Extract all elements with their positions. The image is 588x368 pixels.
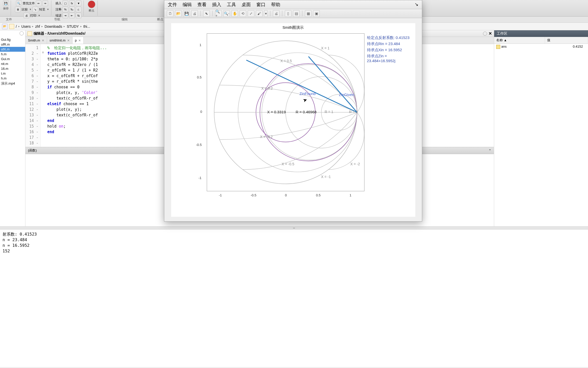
goto-icon[interactable]: ↘ bbox=[33, 7, 38, 12]
crumb-5[interactable]: thi... bbox=[83, 24, 90, 29]
command-output-line: n = 23.484 bbox=[3, 237, 585, 243]
comment-1-icon[interactable]: % bbox=[63, 7, 68, 12]
workspace-header: 工作区 bbox=[494, 30, 588, 37]
section-edit: 编辑 bbox=[97, 17, 153, 22]
workspace-panel: 工作区 名称 ▲ 值 ans0.4152 bbox=[494, 30, 588, 226]
breakpoint-icon[interactable] bbox=[88, 1, 95, 8]
ytick-05: 0.5 bbox=[197, 75, 202, 79]
colorbar-icon[interactable]: ▯ bbox=[285, 10, 291, 17]
find-files-icon[interactable]: 🔍 bbox=[16, 1, 22, 6]
folder-up-icon[interactable]: 📂 bbox=[2, 24, 8, 29]
crumb-1[interactable]: Users bbox=[21, 24, 31, 29]
save-label: 保存 bbox=[3, 7, 9, 10]
compare-icon[interactable]: ≣ bbox=[15, 7, 21, 12]
xtick-0: 0 bbox=[285, 193, 287, 197]
editor-menu-icon[interactable] bbox=[483, 32, 487, 36]
ws-col-name[interactable]: 名称 ▲ bbox=[494, 37, 545, 44]
fold-column: ⊟ bbox=[41, 44, 45, 147]
find-files-label: 查找文件 bbox=[23, 1, 35, 6]
tab-close-icon[interactable]: ✕ bbox=[42, 39, 44, 42]
figure-toolbar: 🗋 📂 💾 🖨 ⬉ 🔍+ 🔍- ✋ ⟲ ⤢ 🖌 ▾ 🖨 ▯ ▤ ▦ ▣ bbox=[164, 9, 422, 18]
file-item[interactable]: Gui.m bbox=[0, 57, 25, 61]
editor-file-icon bbox=[27, 31, 32, 36]
section-file: 文件 bbox=[0, 17, 18, 22]
folder-icon[interactable] bbox=[9, 24, 14, 29]
file-item[interactable]: nit.m bbox=[0, 61, 25, 66]
crumb-2[interactable]: zhf bbox=[35, 24, 40, 29]
insert-1-icon[interactable]: ▢ bbox=[63, 1, 68, 6]
layout-2-icon[interactable]: ▣ bbox=[313, 10, 320, 17]
line-gutter: 12 -3 -4 -5 -6 -7 -8 -9 -10 -11 -12 -13 … bbox=[25, 44, 41, 147]
grid-x1: X = 1 bbox=[321, 46, 330, 50]
xtick-05: 0.5 bbox=[316, 193, 321, 197]
brush-icon[interactable]: 🖌 bbox=[256, 10, 262, 17]
command-window[interactable]: 射系数: 0.41523n = 23.484n = 16.5952152 bbox=[0, 229, 588, 367]
menu-edit[interactable]: 编辑 bbox=[183, 2, 192, 8]
pointer-icon[interactable]: ⬉ bbox=[203, 10, 210, 17]
insert-2-icon[interactable]: fx bbox=[69, 1, 75, 6]
link-icon[interactable]: 🖨 bbox=[273, 10, 280, 17]
comment-3-icon[interactable]: ⎌ bbox=[76, 7, 81, 12]
xtick-n1: -1 bbox=[219, 193, 222, 197]
menu-insert[interactable]: 插入 bbox=[212, 2, 221, 8]
crumb-0[interactable]: / bbox=[16, 24, 17, 29]
ytick-0: 0 bbox=[200, 110, 202, 114]
menu-window[interactable]: 窗口 bbox=[256, 2, 266, 8]
rotate-icon[interactable]: ⟲ bbox=[240, 10, 246, 17]
file-item[interactable]: Gui.fig bbox=[0, 37, 25, 42]
workspace-title: 工作区 bbox=[497, 31, 507, 36]
editor-tab[interactable]: smithInit.m✕ bbox=[47, 37, 72, 44]
crumb-4[interactable]: STUDY bbox=[67, 24, 79, 29]
workspace-table-header: 名称 ▲ 值 bbox=[494, 37, 588, 44]
ws-col-value[interactable]: 值 bbox=[545, 37, 588, 44]
editor-tab[interactable]: Smith.m✕ bbox=[25, 37, 47, 44]
new-fig-icon[interactable]: 🗋 bbox=[167, 10, 173, 17]
nav-right-icon[interactable]: ⇒ bbox=[42, 1, 48, 6]
brush-dropdown-icon[interactable]: ▾ bbox=[264, 10, 268, 17]
compare-label[interactable]: 比较 bbox=[22, 7, 28, 12]
zoom-out-icon[interactable]: 🔍- bbox=[223, 10, 230, 17]
file-item[interactable]: h.m bbox=[0, 52, 25, 57]
menu-file[interactable]: 文件 bbox=[168, 2, 177, 8]
nav-left-icon[interactable]: ⇐ bbox=[36, 1, 41, 6]
tab-close-icon[interactable]: ✕ bbox=[78, 39, 81, 42]
goto-label[interactable]: 转至 bbox=[39, 7, 45, 12]
file-item[interactable]: h.m bbox=[0, 76, 25, 81]
datatip-icon[interactable]: ⤢ bbox=[248, 10, 254, 17]
edit-group: 插入 ▢ fx ▼ 注释 % ‰ ⎌ 缩进 ⇥ ⇤ ⇆ bbox=[53, 1, 84, 16]
plot-title: Smith图演示 bbox=[171, 23, 415, 30]
tab-close-icon[interactable]: ✕ bbox=[67, 39, 70, 42]
file-item[interactable]: 16.m bbox=[0, 66, 25, 71]
open-fig-icon[interactable]: 📂 bbox=[175, 10, 182, 17]
editor-tab[interactable]: p✕ bbox=[72, 37, 84, 44]
insert-3-icon[interactable]: ▼ bbox=[76, 1, 81, 6]
legend-icon[interactable]: ▤ bbox=[293, 10, 300, 17]
zoom-in-icon[interactable]: 🔍+ bbox=[215, 10, 222, 17]
menu-view[interactable]: 查看 bbox=[197, 2, 207, 8]
menu-tools[interactable]: 工具 bbox=[227, 2, 236, 8]
workspace-rows: ans0.4152 bbox=[494, 44, 588, 50]
menu-desktop[interactable]: 桌面 bbox=[242, 2, 251, 8]
panel-menu-icon[interactable] bbox=[20, 31, 24, 35]
file-item[interactable]: ofX.m bbox=[0, 47, 25, 52]
grid-x05: X = 0.5 bbox=[281, 59, 292, 63]
editor-close-icon[interactable]: ✕ bbox=[489, 31, 492, 36]
comment-2-icon[interactable]: ‰ bbox=[69, 7, 75, 12]
file-item[interactable]: 演示.mp4 bbox=[0, 81, 25, 86]
info-line-0: 给定点反射系数: 0.41523 bbox=[367, 35, 410, 40]
crumb-3[interactable]: Downloads bbox=[45, 24, 62, 29]
save-icon[interactable]: 💾 bbox=[3, 1, 9, 6]
horizontal-resize-handle[interactable]: ═ bbox=[0, 226, 588, 229]
menu-overflow-icon[interactable]: ↘ bbox=[415, 2, 418, 8]
file-item[interactable]: ofR.m bbox=[0, 42, 25, 47]
save-fig-icon[interactable]: 💾 bbox=[183, 10, 190, 17]
layout-1-icon[interactable]: ▦ bbox=[305, 10, 312, 17]
expand-icon[interactable]: ⌃ bbox=[489, 149, 491, 153]
workspace-row[interactable]: ans0.4152 bbox=[494, 44, 588, 50]
menu-help[interactable]: 帮助 bbox=[271, 2, 280, 8]
print-fig-icon[interactable]: 🖨 bbox=[191, 10, 198, 17]
code-lines[interactable]: % 给定归一化电阻，画等电阻...function plotCofR(R2Zet… bbox=[45, 44, 109, 147]
pan-icon[interactable]: ✋ bbox=[231, 10, 238, 17]
file-item[interactable]: t.m bbox=[0, 71, 25, 76]
command-output-line: 射系数: 0.41523 bbox=[3, 231, 585, 237]
